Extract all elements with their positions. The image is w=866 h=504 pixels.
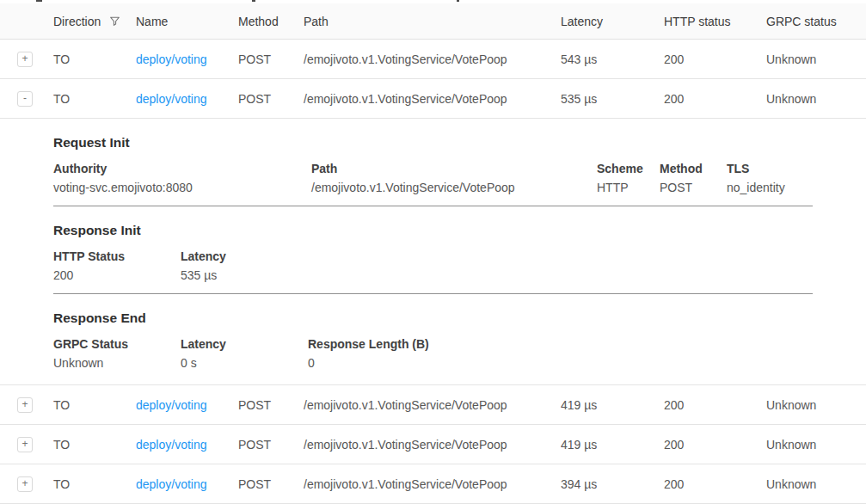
grpc-status-cell: Unknown xyxy=(766,52,866,66)
method-cell: POST xyxy=(238,477,304,491)
column-header-grpc: GRPC status xyxy=(766,15,866,28)
column-header-direction: Direction xyxy=(53,15,136,28)
detail-fields-row: GRPC Status Unknown Latency 0 s Response… xyxy=(53,337,866,370)
expand-row-button[interactable]: + xyxy=(17,437,33,452)
table-header-row: Direction Name Method Path Latency HTTP … xyxy=(0,3,866,40)
table-row: + TO deploy/voting POST /emojivoto.v1.Vo… xyxy=(0,425,866,464)
detail-section-divider xyxy=(53,206,813,206)
http-status-cell: 200 xyxy=(664,477,766,491)
column-header-label: Latency xyxy=(561,15,603,28)
detail-field: Latency 535 µs xyxy=(181,249,866,282)
detail-fields-row: Authority voting-svc.emojivoto:8080 Path… xyxy=(53,162,866,194)
latency-cell: 419 µs xyxy=(561,438,664,452)
column-header-latency: Latency xyxy=(561,15,664,28)
detail-field: Method POST xyxy=(660,162,727,194)
column-header-label: Path xyxy=(304,15,329,28)
detail-field: GRPC Status Unknown xyxy=(53,337,181,370)
detail-field-value: /emojivoto.v1.VotingService/VotePoop xyxy=(311,181,588,194)
detail-field-label: Latency xyxy=(181,337,299,351)
detail-field-value: no_identity xyxy=(727,181,857,194)
detail-fields-row: HTTP Status 200 Latency 535 µs xyxy=(53,249,866,282)
detail-field: TLS no_identity xyxy=(727,162,866,194)
detail-section-divider xyxy=(53,293,813,294)
latency-cell: 394 µs xyxy=(561,477,664,491)
detail-field-label: Response Length (B) xyxy=(308,337,857,351)
name-cell: deploy/voting xyxy=(136,398,238,412)
detail-field-label: HTTP Status xyxy=(53,249,172,263)
detail-field-label: Authority xyxy=(53,162,303,175)
cropped-text-artifact xyxy=(457,0,459,2)
detail-field-label: Path xyxy=(311,162,588,175)
http-status-cell: 200 xyxy=(664,438,766,452)
latency-cell: 419 µs xyxy=(561,398,664,412)
detail-field-value: 535 µs xyxy=(181,268,857,282)
detail-section-title: Response Init xyxy=(53,223,866,238)
direction-cell: TO xyxy=(53,398,136,412)
detail-field-label: GRPC Status xyxy=(53,337,172,351)
expand-cell: + xyxy=(0,51,53,67)
table-row: + TO deploy/voting POST /emojivoto.v1.Vo… xyxy=(0,385,866,425)
resource-link[interactable]: deploy/voting xyxy=(136,477,207,491)
tap-requests-table: Direction Name Method Path Latency HTTP … xyxy=(0,3,866,504)
direction-cell: TO xyxy=(53,52,136,66)
method-cell: POST xyxy=(238,52,304,66)
cropped-text-artifact xyxy=(36,0,42,2)
grpc-status-cell: Unknown xyxy=(766,92,866,106)
method-cell: POST xyxy=(238,438,304,452)
name-cell: deploy/voting xyxy=(136,92,238,106)
detail-section: Response Init HTTP Status 200 Latency 53… xyxy=(53,223,866,282)
detail-section: Request Init Authority voting-svc.emojiv… xyxy=(53,135,866,194)
http-status-cell: 200 xyxy=(664,52,766,66)
detail-field-value: 0 xyxy=(308,356,857,370)
http-status-cell: 200 xyxy=(664,92,766,106)
grpc-status-cell: Unknown xyxy=(766,398,866,412)
direction-cell: TO xyxy=(53,477,136,491)
name-cell: deploy/voting xyxy=(136,477,238,491)
name-cell: deploy/voting xyxy=(136,52,238,66)
detail-field-value: 200 xyxy=(53,268,172,282)
detail-field: Authority voting-svc.emojivoto:8080 xyxy=(53,162,311,194)
detail-field-value: Unknown xyxy=(53,356,172,370)
detail-field-label: Scheme xyxy=(597,162,651,175)
detail-field: Scheme HTTP xyxy=(597,162,660,194)
expand-cell: + xyxy=(0,436,53,452)
column-header-method: Method xyxy=(238,15,304,28)
detail-field-value: HTTP xyxy=(597,181,651,194)
resource-link[interactable]: deploy/voting xyxy=(136,92,207,106)
expand-row-button[interactable]: + xyxy=(17,397,33,413)
detail-field-value: POST xyxy=(660,181,718,194)
latency-cell: 535 µs xyxy=(561,92,664,106)
collapse-row-button[interactable]: - xyxy=(17,91,33,107)
expanded-request-detail: Request Init Authority voting-svc.emojiv… xyxy=(0,135,866,385)
column-header-expand xyxy=(0,15,53,28)
filter-icon[interactable] xyxy=(109,15,120,27)
path-cell: /emojivoto.v1.VotingService/VotePoop xyxy=(304,477,561,491)
expand-cell: + xyxy=(0,396,53,413)
detail-section: Response End GRPC Status Unknown Latency… xyxy=(53,310,866,370)
column-header-label: Name xyxy=(136,15,168,28)
resource-link[interactable]: deploy/voting xyxy=(136,52,207,66)
column-header-label: Method xyxy=(238,15,279,28)
table-row: + TO deploy/voting POST /emojivoto.v1.Vo… xyxy=(0,464,866,504)
detail-field: HTTP Status 200 xyxy=(53,249,181,282)
column-header-http: HTTP status xyxy=(664,15,766,28)
expand-row-button[interactable]: + xyxy=(17,52,33,67)
path-cell: /emojivoto.v1.VotingService/VotePoop xyxy=(304,92,561,106)
method-cell: POST xyxy=(238,92,304,106)
path-cell: /emojivoto.v1.VotingService/VotePoop xyxy=(304,438,561,452)
direction-cell: TO xyxy=(53,92,136,106)
detail-field-label: Method xyxy=(660,162,718,175)
path-cell: /emojivoto.v1.VotingService/VotePoop xyxy=(304,398,561,412)
method-cell: POST xyxy=(238,398,304,412)
resource-link[interactable]: deploy/voting xyxy=(136,438,207,452)
column-header-path: Path xyxy=(304,15,561,28)
detail-field-value: 0 s xyxy=(181,356,299,370)
expand-row-button[interactable]: + xyxy=(17,476,33,492)
latency-cell: 543 µs xyxy=(561,52,664,66)
grpc-status-cell: Unknown xyxy=(766,438,866,452)
detail-field-value: voting-svc.emojivoto:8080 xyxy=(53,181,303,194)
detail-section-title: Request Init xyxy=(53,135,866,151)
resource-link[interactable]: deploy/voting xyxy=(136,398,207,412)
expand-cell: - xyxy=(0,90,53,107)
name-cell: deploy/voting xyxy=(136,438,238,452)
